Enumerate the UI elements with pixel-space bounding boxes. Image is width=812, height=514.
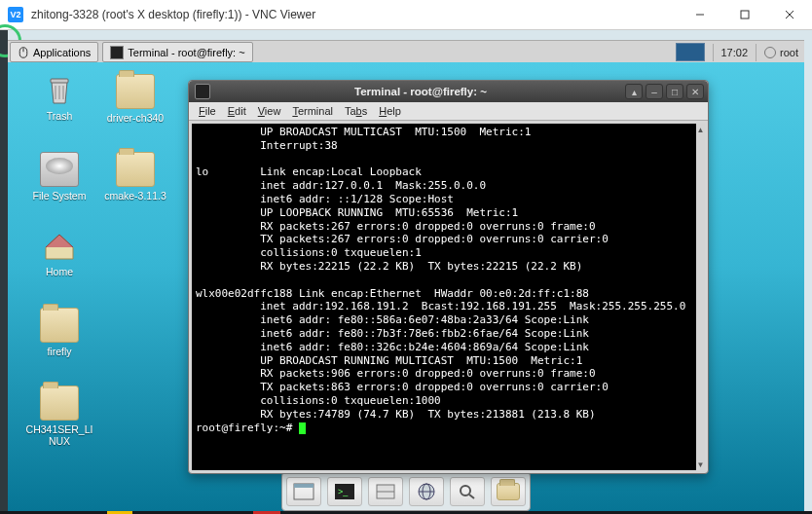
terminal-menu-help[interactable]: Help	[375, 105, 405, 117]
desktop-icon-label: CH341SER_LI NUX	[24, 422, 95, 448]
desktop-icon-ch341ser[interactable]: CH341SER_LI NUX	[21, 386, 97, 448]
folder-icon	[40, 308, 79, 343]
svg-rect-1	[741, 11, 749, 18]
desktop-icon-driver-ch340[interactable]: driver-ch340	[97, 74, 173, 125]
trash-icon	[41, 74, 78, 107]
folder-icon	[116, 74, 155, 109]
desktop-icon-trash[interactable]: Trash	[21, 74, 97, 123]
svg-line-15	[469, 495, 474, 498]
scroll-up-arrow-icon[interactable]: ▲	[696, 124, 705, 135]
desktop-icon-cmake[interactable]: cmake-3.11.3	[97, 152, 173, 202]
terminal-menu-terminal[interactable]: Terminal	[288, 105, 337, 117]
folder-icon	[497, 483, 520, 500]
dock-terminal[interactable]: >_	[327, 477, 362, 506]
vnc-app-icon: V2	[8, 7, 23, 22]
bottom-dock: >_	[281, 472, 531, 511]
folder-icon	[116, 152, 155, 187]
desktop-icon-label: File System	[31, 189, 89, 202]
terminal-icon	[110, 46, 124, 59]
disk-icon	[40, 152, 79, 187]
terminal-window: Terminal - root@firefly: ~ ▴ – □ ✕ File …	[188, 80, 709, 474]
panel-user-menu[interactable]: root	[764, 47, 798, 58]
mouse-icon	[18, 47, 29, 58]
window-maximize-button[interactable]	[722, 0, 767, 29]
home-icon	[41, 230, 78, 263]
terminal-menu-view[interactable]: View	[254, 105, 285, 117]
globe-icon	[416, 483, 437, 500]
panel-user-label: root	[780, 47, 798, 58]
terminal-output: UP BROADCAST MULTICAST MTU:1500 Metric:1…	[196, 126, 685, 421]
panel-separator	[756, 44, 757, 61]
terminal-icon: >_	[334, 483, 355, 500]
terminal-maximize-button[interactable]: □	[666, 84, 683, 99]
vnc-window-titlebar: V2 zhitong-3328 (root's X desktop (firef…	[0, 0, 812, 30]
terminal-shade-button[interactable]: ▴	[625, 84, 643, 99]
folder-icon	[40, 386, 79, 421]
desktop-icon-firefly[interactable]: firefly	[21, 308, 97, 358]
vnc-edge-artifact	[0, 30, 8, 514]
terminal-menu-edit[interactable]: Edit	[224, 105, 250, 117]
dock-show-desktop[interactable]	[286, 477, 321, 506]
drawer-icon	[375, 483, 396, 500]
window-close-button[interactable]	[767, 0, 812, 29]
vnc-window-title: zhitong-3328 (root's X desktop (firefly:…	[31, 8, 678, 21]
scroll-down-arrow-icon[interactable]: ▼	[696, 459, 705, 470]
terminal-icon	[195, 84, 210, 99]
terminal-cursor	[299, 422, 306, 434]
user-icon	[764, 47, 776, 58]
dock-app-finder[interactable]	[450, 477, 485, 506]
svg-rect-4	[51, 79, 68, 83]
applications-menu-button[interactable]: Applications	[10, 42, 98, 62]
terminal-close-button[interactable]: ✕	[686, 84, 704, 99]
svg-rect-6	[294, 484, 314, 488]
terminal-menubar: File Edit View Terminal Tabs Help	[189, 102, 708, 121]
taskbar-terminal-button[interactable]: Terminal - root@firefly: ~	[102, 42, 252, 62]
vnc-canvas[interactable]: Applications Terminal - root@firefly: ~ …	[0, 30, 812, 514]
xfce-top-panel: Applications Terminal - root@firefly: ~ …	[8, 40, 804, 64]
desktop-icon-home[interactable]: Home	[21, 230, 97, 278]
workspace-switcher[interactable]	[676, 43, 705, 61]
desktop-icon-label: cmake-3.11.3	[102, 189, 168, 202]
desktop-icon-label: Trash	[45, 109, 74, 123]
desktop-icon-label: firefly	[45, 345, 73, 358]
dock-web-browser[interactable]	[409, 477, 444, 506]
panel-separator	[713, 44, 714, 61]
svg-point-14	[461, 486, 470, 496]
terminal-minimize-button[interactable]: –	[646, 84, 663, 99]
desktop-icon-filesystem[interactable]: File System	[21, 152, 97, 202]
terminal-menu-file[interactable]: File	[195, 105, 220, 117]
window-minimize-button[interactable]	[678, 0, 722, 29]
show-desktop-icon	[293, 483, 314, 500]
applications-menu-label: Applications	[33, 47, 91, 58]
svg-text:>_: >_	[338, 487, 349, 496]
desktop-icon-label: Home	[44, 265, 75, 278]
terminal-window-title: Terminal - root@firefly: ~	[216, 86, 625, 97]
panel-clock[interactable]: 17:02	[721, 47, 749, 58]
desktop-icon-label: driver-ch340	[105, 111, 166, 125]
terminal-scrollbar[interactable]: ▲ ▼	[696, 124, 705, 470]
terminal-prompt: root@firefly:~#	[196, 422, 299, 434]
terminal-body[interactable]: UP BROADCAST MULTICAST MTU:1500 Metric:1…	[192, 124, 705, 470]
terminal-menu-tabs[interactable]: Tabs	[341, 105, 371, 117]
scroll-track[interactable]	[696, 135, 705, 459]
search-icon	[457, 483, 478, 500]
dock-home-folder[interactable]	[491, 477, 526, 506]
taskbar-terminal-label: Terminal - root@firefly: ~	[128, 47, 244, 58]
terminal-titlebar[interactable]: Terminal - root@firefly: ~ ▴ – □ ✕	[189, 81, 708, 102]
dock-file-manager[interactable]	[368, 477, 403, 506]
